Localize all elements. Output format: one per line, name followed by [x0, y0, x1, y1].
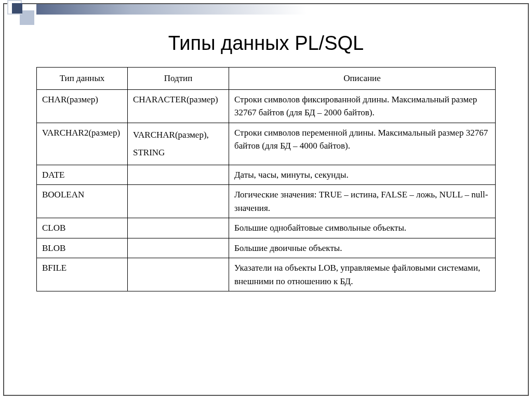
- slide-border: [3, 3, 529, 396]
